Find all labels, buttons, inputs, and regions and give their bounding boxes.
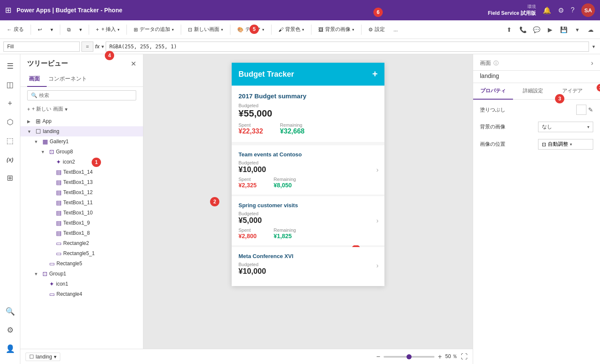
sidebar-settings-bottom-icon[interactable]: ⚙	[2, 322, 19, 339]
phone-header-plus-button[interactable]: +	[372, 69, 378, 80]
add-data-caret: ▾	[172, 28, 174, 32]
sidebar-menu-icon[interactable]: ☰	[2, 58, 19, 75]
tab-advanced[interactable]: 詳細設定	[513, 83, 553, 100]
sidebar-insert-icon[interactable]: +	[2, 95, 19, 112]
back-button[interactable]: ← 戻る	[3, 24, 27, 35]
tree-item-landing[interactable]: ▼ ☐ landing ···	[20, 126, 143, 136]
summary-section: 2017 Budget summary Budgeted ¥55,000 Spe…	[232, 86, 384, 142]
bottom-screen-pill[interactable]: ☐ landing ▾	[25, 353, 60, 361]
tree-expand-gallery1: ▼	[34, 139, 41, 144]
item-1-spent-label: Spent	[238, 228, 257, 233]
image-pos-select[interactable]: ⊡ 自動調整 ▾	[538, 139, 593, 150]
tree-item-textbox11[interactable]: ▤ TextBox1_11	[20, 197, 143, 208]
item-2-budget-amount: ¥10,000	[238, 267, 378, 276]
sidebar-fx-icon[interactable]: (x)	[2, 151, 19, 168]
tree-expand-app: ▶	[27, 119, 34, 124]
tree-item-rectangle5[interactable]: ▭ Rectangle5	[20, 258, 143, 269]
bottom-screen-caret: ▾	[54, 354, 56, 360]
more-button[interactable]: ...	[390, 25, 401, 34]
summary-spent-col: Spent ¥22,332	[238, 122, 263, 135]
save-caret-icon[interactable]: ▾	[571, 24, 583, 36]
tree-item-icon2[interactable]: ✦ icon2	[20, 157, 143, 167]
copy-caret-button[interactable]: ▾	[76, 25, 85, 34]
tree-label-textbox11: TextBox1_11	[63, 200, 140, 206]
tree-item-group8[interactable]: ▼ ⊡ Group8	[20, 147, 143, 157]
tree-item-textbox8[interactable]: ▤ TextBox1_8	[20, 228, 143, 238]
undo-button[interactable]: ↩	[34, 25, 45, 34]
zoom-slider[interactable]	[384, 356, 435, 358]
formula-name-input[interactable]	[3, 42, 80, 52]
tree-item-textbox10[interactable]: ▤ TextBox1_10	[20, 208, 143, 218]
ribbon-right-actions: ⬆ 📞 💬 ▶ 💾 ▾ ☁	[503, 24, 597, 36]
formula-eq-button[interactable]: =	[81, 42, 93, 52]
fill-picker-icon[interactable]: ✎	[588, 106, 593, 113]
play-icon[interactable]: ▶	[544, 24, 556, 36]
sidebar-user-icon[interactable]: 👤	[2, 340, 19, 357]
tree-item-rectangle4[interactable]: ▭ Rectangle4	[20, 289, 143, 299]
sidebar-variables-icon[interactable]: ⊞	[2, 169, 19, 186]
phone-icon[interactable]: 📞	[517, 24, 529, 36]
new-screen-button[interactable]: ⊡ 新しい画面 ▾	[185, 24, 227, 35]
bg-image-select[interactable]: なし ▾	[538, 122, 593, 132]
badge-3: 3	[597, 84, 600, 92]
new-screen-button[interactable]: + + 新しい 画面 ▾	[20, 104, 143, 116]
tree-item-group1[interactable]: ▼ ⊡ Group1	[20, 269, 143, 279]
settings-button[interactable]: ⚙ 設定	[365, 24, 388, 35]
copy-button[interactable]: ⧉	[64, 25, 74, 34]
zoom-plus-button[interactable]: +	[438, 353, 442, 361]
tree-item-textbox13[interactable]: ▤ TextBox1_13	[20, 177, 143, 187]
right-panel-collapse-button[interactable]: ›	[591, 59, 593, 67]
undo-caret-button[interactable]: ▾	[47, 25, 56, 34]
save-icon[interactable]: 💾	[558, 24, 569, 36]
zoom-minus-button[interactable]: −	[376, 353, 380, 361]
apps-grid-icon[interactable]: ⊞	[5, 6, 11, 15]
sidebar-data-icon[interactable]: ⬡	[2, 114, 19, 131]
share-icon[interactable]: ⬆	[503, 24, 515, 36]
bell-icon[interactable]: 🔔	[543, 6, 551, 14]
tree-item-textbox14[interactable]: ▤ TextBox1_14	[20, 167, 143, 177]
tree-close-button[interactable]: ✕	[131, 60, 136, 68]
help-icon[interactable]: ?	[571, 6, 575, 14]
tree-label-textbox8: TextBox1_8	[63, 230, 140, 236]
tab-properties[interactable]: プロパティ	[473, 83, 513, 100]
insert-button[interactable]: + + 挿入 ▾	[93, 24, 123, 35]
sidebar-layers-icon[interactable]: ◫	[2, 76, 19, 93]
right-panel-info-icon[interactable]: ⓘ	[493, 60, 499, 67]
user-avatar[interactable]: SA	[581, 3, 595, 17]
tree-icon-textbox8: ▤	[56, 230, 62, 236]
budget-item-2[interactable]: Meta Conference XVI Budgeted ¥10,000 ›	[232, 247, 384, 284]
sidebar-media-icon[interactable]: ⬚	[2, 132, 19, 149]
expand-button[interactable]: ⛶	[461, 353, 468, 361]
tree-item-gallery1[interactable]: ▼ ▦ Gallery1	[20, 136, 143, 147]
formula-fx-button[interactable]: fx ▾	[95, 44, 104, 50]
item-0-title: Team events at Contoso	[238, 151, 378, 158]
tree-item-textbox12[interactable]: ▤ TextBox1_12	[20, 187, 143, 197]
comment-icon[interactable]: 💬	[530, 24, 542, 36]
tab-component[interactable]: コンポーネント	[47, 72, 94, 87]
add-data-button[interactable]: ⊞ データの追加 ▾	[130, 24, 177, 35]
budget-item-0[interactable]: Team events at Contoso Budgeted ¥10,000 …	[232, 145, 384, 195]
tree-label-textbox10: TextBox1_10	[63, 210, 140, 216]
bottom-screen-name: landing	[36, 354, 52, 360]
settings-icon[interactable]: ⚙	[558, 6, 564, 14]
sidebar-search-icon[interactable]: 🔍	[2, 303, 19, 320]
tree-search-input[interactable]	[39, 92, 132, 98]
tree-item-icon1[interactable]: ✦ icon1	[20, 279, 143, 289]
topbar-right: 環境 Field Service 試用版 🔔 ⚙ ? SA	[488, 3, 595, 17]
tree-item-rectangle5-1[interactable]: ▭ Rectangle5_1	[20, 248, 143, 258]
zoom-slider-handle[interactable]	[407, 354, 412, 359]
image-pos-caret: ▾	[570, 142, 572, 147]
prop-row-bg-image: 背景の画像 なし ▾	[480, 122, 593, 132]
formula-expand-icon[interactable]: ▾	[591, 43, 597, 50]
tab-screen[interactable]: 画面	[27, 72, 47, 87]
summary-amounts-row: Spent ¥22,332 Remaining ¥32,668	[238, 122, 378, 135]
formula-input[interactable]	[106, 42, 589, 52]
bg-image-button[interactable]: 🖼 背景の画像 ▾	[315, 24, 358, 35]
budget-item-1[interactable]: Spring customer visits Budgeted ¥5,000 S…	[232, 196, 384, 245]
publish-icon[interactable]: ☁	[585, 24, 597, 36]
fill-color-swatch[interactable]	[576, 105, 586, 115]
tree-item-rectangle2[interactable]: ▭ Rectangle2	[20, 238, 143, 248]
tree-item-textbox9[interactable]: ▤ TextBox1_9	[20, 218, 143, 228]
bg-color-button[interactable]: 🖌 背景色 ▾	[275, 24, 308, 35]
tree-item-app[interactable]: ▶ ⊞ App	[20, 116, 143, 126]
